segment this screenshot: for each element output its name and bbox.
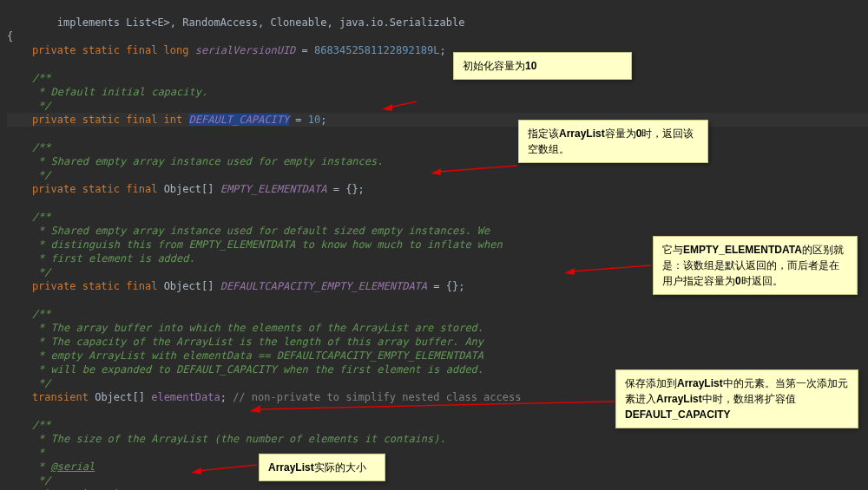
annotation-note-4: 保存添加到ArrayList中的元素。当第一次添加元素进入ArrayList中时… (615, 369, 858, 428)
doc-comment: /** (7, 72, 51, 84)
doc-comment: * distinguish this from EMPTY_ELEMENTDAT… (7, 238, 503, 251)
doc-comment: /** (7, 211, 51, 223)
doc-comment: /** (7, 419, 51, 431)
doc-comment: */ (7, 474, 51, 487)
doc-comment: * (7, 447, 44, 459)
doc-comment: /** (7, 308, 51, 320)
doc-comment: * The size of the ArrayList (the number … (7, 433, 446, 445)
doc-comment: * Shared empty array instance used for e… (7, 155, 383, 167)
code-line: private static final long serialVersionU… (7, 44, 446, 56)
annotation-note-3: 它与EMPTY_ELEMENTDATA的区别就是：该数组是默认返回的，而后者是在… (653, 236, 858, 295)
doc-comment: * empty ArrayList with elementData == DE… (7, 350, 483, 362)
code-line: transient Object[] elementData; // non-p… (7, 391, 521, 403)
doc-comment: */ (7, 266, 51, 278)
doc-comment: * first element is added. (7, 252, 195, 265)
highlighted-line: private static final int DEFAULT_CAPACIT… (7, 113, 868, 127)
doc-comment: */ (7, 100, 51, 112)
doc-comment: * The capacity of the ArrayList is the l… (7, 336, 483, 348)
annotation-note-5: ArrayList实际的大小 (259, 454, 385, 481)
doc-comment: * Shared empty array instance used for d… (7, 225, 490, 237)
code-line: private static final Object[] EMPTY_ELEM… (7, 183, 365, 195)
doc-comment: * The array buffer into which the elemen… (7, 322, 483, 334)
annotation-note-2: 指定该ArrayList容量为0时，返回该空数组。 (518, 120, 708, 163)
doc-comment: */ (7, 377, 51, 389)
doc-comment: * Default initial capacity. (7, 86, 207, 98)
doc-comment: */ (7, 169, 51, 181)
code-line: implements List<E>, RandomAccess, Clonea… (7, 16, 464, 29)
code-line: private static final Object[] DEFAULTCAP… (7, 280, 464, 292)
doc-comment: * will be expanded to DEFAULT_CAPACITY w… (7, 363, 483, 376)
annotation-note-1: 初始化容量为10 (453, 52, 632, 80)
doc-comment: * @serial (7, 461, 95, 473)
code-line: { (7, 30, 13, 42)
doc-comment: /** (7, 141, 51, 154)
